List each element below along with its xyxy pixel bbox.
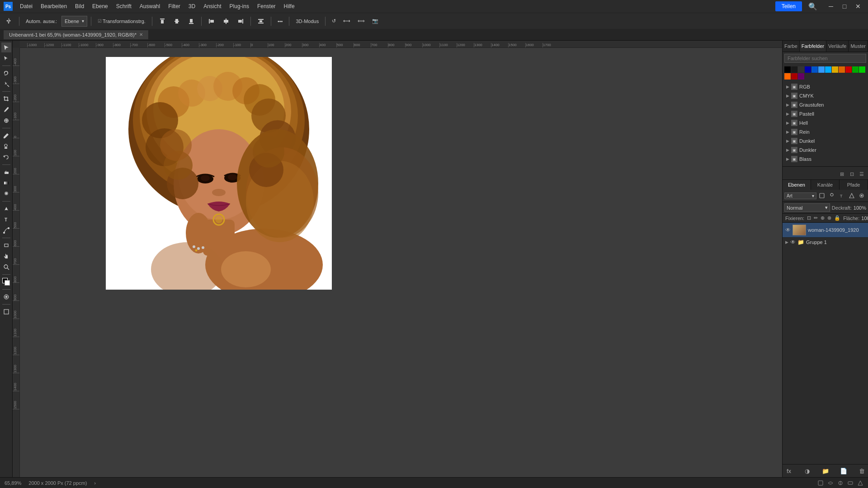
eyedropper-tool[interactable] — [1, 105, 11, 115]
quick-mask-tool[interactable] — [1, 292, 11, 302]
menu-filter[interactable]: Filter — [165, 2, 184, 10]
menu-auswahl[interactable]: Auswahl — [136, 2, 164, 10]
add-style-btn[interactable]: fx — [784, 466, 793, 475]
fix-transparency-icon[interactable]: ⊡ — [807, 215, 811, 221]
hell-group[interactable]: ▶ ▣ Hell — [783, 118, 868, 127]
share-button[interactable]: Teilen — [775, 1, 802, 11]
swatch-orange1[interactable] — [839, 66, 845, 73]
fix-pixels-icon[interactable]: ✏ — [814, 215, 818, 221]
color-search-input[interactable] — [784, 54, 866, 63]
dunkler-group[interactable]: ▶ ▣ Dunkler — [783, 145, 868, 155]
flip-v-btn[interactable]: ⟺ — [355, 17, 368, 25]
new-group-btn[interactable]: 📁 — [821, 466, 830, 475]
graustufen-group[interactable]: ▶ ▣ Graustufen — [783, 100, 868, 109]
move-tool[interactable] — [3, 16, 15, 26]
swatch-darkred[interactable] — [791, 73, 797, 80]
cmyk-group[interactable]: ▶ ▣ CMYK — [783, 91, 868, 100]
shape-tool[interactable] — [1, 240, 11, 250]
opacity-value[interactable]: 100% — [854, 205, 866, 211]
magic-wand-tool[interactable] — [1, 79, 11, 89]
swatch-purple[interactable] — [798, 73, 804, 80]
filter-text-btn[interactable]: T — [837, 191, 846, 200]
new-layer-btn[interactable]: 📄 — [839, 466, 848, 475]
fix-artboard-icon[interactable]: ⊗ — [827, 215, 831, 221]
filter-adjust-btn[interactable] — [827, 191, 836, 200]
swatch-darkgray1[interactable] — [791, 66, 797, 73]
fill-value[interactable]: 100% — [861, 216, 868, 221]
delete-layer-btn[interactable]: 🗑 — [857, 466, 866, 475]
swatch-orange2[interactable] — [784, 73, 791, 80]
panel-medium-icon[interactable]: ⊡ — [847, 169, 856, 178]
verlaufe-tab[interactable]: Verläufe — [826, 41, 849, 52]
swatch-cyan1[interactable] — [825, 66, 831, 73]
3d-mode-btn[interactable]: 3D-Modus — [293, 17, 321, 25]
swatch-darkblue[interactable] — [805, 66, 811, 73]
panel-large-icon[interactable]: ☰ — [857, 169, 866, 178]
zoom-tool[interactable] — [1, 262, 11, 272]
direct-selection-tool[interactable] — [1, 53, 11, 63]
flip-h-btn[interactable]: ⟷ — [340, 17, 353, 25]
align-bottom-btn[interactable] — [185, 16, 198, 26]
menu-fenster[interactable]: Fenster — [254, 2, 279, 10]
more-options-btn[interactable]: ••• — [275, 17, 286, 25]
close-tab-icon[interactable]: ✕ — [139, 32, 143, 37]
document-tab[interactable]: Unbenannt-1 bei 65,9% (woman-1439909_192… — [4, 30, 149, 39]
blend-mode-dropdown[interactable]: Normal ▾ — [784, 203, 830, 212]
menu-bearbeiten[interactable]: Bearbeiten — [37, 2, 71, 10]
group-expand-arrow[interactable]: ▶ — [785, 240, 788, 244]
swatch-darkgray2[interactable] — [798, 66, 804, 73]
filter-pixel-btn[interactable] — [817, 191, 826, 200]
swatch-brightgreen[interactable] — [859, 66, 865, 73]
screen-mode-btn[interactable] — [1, 307, 11, 317]
menu-3d[interactable]: 3D — [185, 2, 199, 10]
align-stretch-btn[interactable] — [255, 16, 267, 26]
group-visibility-icon[interactable]: 👁 — [790, 239, 796, 245]
menu-schrift[interactable]: Schrift — [113, 2, 135, 10]
dunkel-group[interactable]: ▶ ▣ Dunkel — [783, 136, 868, 145]
minimize-button[interactable]: ─ — [825, 0, 837, 13]
align-left-btn[interactable] — [205, 16, 218, 26]
selection-tool[interactable] — [1, 42, 11, 52]
blass-group[interactable]: ▶ ▣ Blass — [783, 155, 868, 164]
brush-tool[interactable] — [1, 131, 11, 141]
menu-ebene[interactable]: Ebene — [89, 2, 112, 10]
color-squares[interactable] — [1, 277, 11, 287]
pastell-group[interactable]: ▶ ▣ Pastell — [783, 109, 868, 118]
fix-position-icon[interactable]: ⊕ — [821, 215, 825, 221]
align-right-btn[interactable] — [234, 16, 247, 26]
gradient-tool[interactable] — [1, 178, 11, 188]
maximize-button[interactable]: □ — [838, 0, 851, 13]
swatch-red[interactable] — [845, 66, 852, 73]
hand-tool[interactable] — [1, 251, 11, 261]
add-mask-btn[interactable]: ◑ — [802, 466, 811, 475]
menu-hilfe[interactable]: Hilfe — [280, 2, 298, 10]
ebene-dropdown[interactable]: Ebene — [61, 16, 87, 27]
filter-type-dropdown[interactable]: Art ▾ — [784, 192, 816, 199]
eraser-tool[interactable] — [1, 167, 11, 177]
heal-tool[interactable] — [1, 116, 11, 126]
canvas-scroll[interactable] — [20, 48, 782, 477]
history-brush-tool[interactable] — [1, 152, 11, 162]
swatch-blue[interactable] — [811, 66, 818, 73]
layer-item-woman[interactable]: 👁 woman-1439909_1920 — [783, 223, 868, 238]
swatch-green[interactable] — [852, 66, 859, 73]
farbfelder-tab[interactable]: Farbfelder — [800, 41, 826, 52]
layer-visibility-icon[interactable]: 👁 — [785, 227, 791, 233]
pfade-tab[interactable]: Pfade — [840, 180, 868, 190]
swatch-black[interactable] — [784, 66, 791, 73]
rotate-btn[interactable]: ↺ — [329, 17, 339, 25]
kanale-tab[interactable]: Kanäle — [811, 180, 840, 190]
swatch-yellow1[interactable] — [832, 66, 838, 73]
farbe-tab[interactable]: Farbe — [783, 41, 800, 52]
muster-tab[interactable]: Muster — [849, 41, 868, 52]
filter-shape-btn[interactable] — [847, 191, 856, 200]
align-middle-btn[interactable] — [170, 16, 183, 26]
fix-all-icon[interactable]: 🔒 — [834, 215, 840, 221]
ebenen-tab[interactable]: Ebenen — [783, 180, 811, 190]
path-select-tool[interactable] — [1, 225, 11, 235]
crop-tool[interactable] — [1, 94, 11, 104]
stamp-tool[interactable] — [1, 141, 11, 151]
align-center-btn[interactable] — [220, 16, 232, 26]
rein-group[interactable]: ▶ ▣ Rein — [783, 127, 868, 136]
align-top-btn[interactable] — [156, 16, 169, 26]
